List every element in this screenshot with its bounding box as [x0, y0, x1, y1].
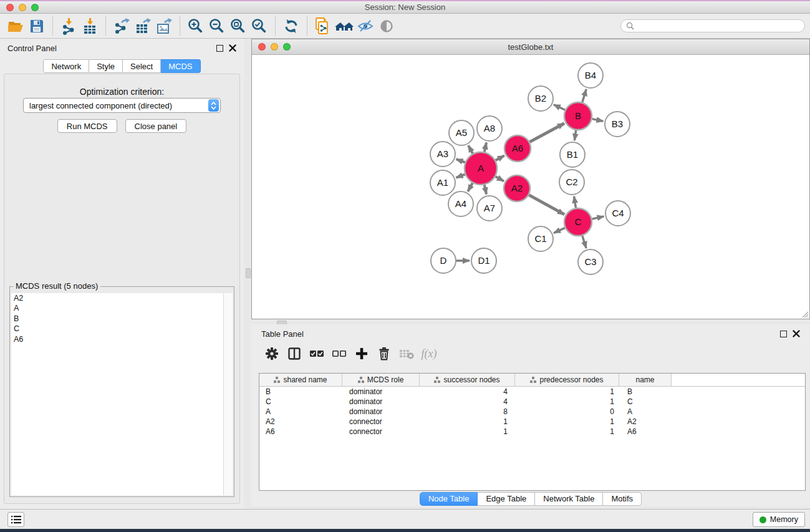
graph-edge-A-A3[interactable]	[456, 159, 465, 162]
table-row[interactable]: A6connector11A6	[259, 427, 805, 437]
graph-node-C2[interactable]: C2	[559, 170, 584, 195]
zoom-fit-icon[interactable]	[228, 16, 249, 36]
graph-node-C4[interactable]: C4	[605, 201, 630, 226]
table-cell[interactable]: A	[619, 407, 672, 416]
table-row[interactable]: Cdominator41C	[259, 397, 805, 407]
table-cell[interactable]: 1	[515, 417, 619, 426]
graph-node-A4[interactable]: A4	[448, 191, 473, 216]
task-history-button[interactable]	[7, 512, 24, 527]
tab-mcds[interactable]: MCDS	[161, 59, 200, 73]
table-cell[interactable]: B	[259, 387, 342, 396]
table-cell[interactable]: 4	[420, 387, 515, 396]
zoom-in-icon[interactable]	[185, 16, 206, 36]
tab-style[interactable]: Style	[89, 59, 123, 73]
graph-edge-C-C1[interactable]	[554, 228, 565, 233]
graph-node-B[interactable]: B	[564, 102, 592, 130]
table-cell[interactable]: 4	[420, 397, 515, 406]
graph-edge-C-C3[interactable]	[582, 236, 586, 248]
table-cell[interactable]: 0	[515, 407, 619, 416]
mcds-result-item[interactable]: B	[11, 314, 223, 324]
gear-icon[interactable]	[264, 346, 280, 362]
table-cell[interactable]: A6	[619, 427, 672, 436]
graph-edge-A-A4[interactable]	[468, 183, 473, 191]
graph-edge-C-C2[interactable]	[574, 196, 576, 208]
graph-node-A8[interactable]: A8	[477, 116, 502, 141]
table-cell[interactable]: dominator	[342, 387, 420, 396]
graph-node-B1[interactable]: B1	[560, 142, 585, 167]
tab-network[interactable]: Network	[43, 59, 89, 73]
graph-node-C1[interactable]: C1	[528, 226, 553, 251]
table-cell[interactable]: connector	[342, 417, 420, 426]
column-header-name[interactable]: name	[619, 374, 672, 386]
table-cell[interactable]: dominator	[342, 407, 420, 416]
graph-edge-B-B1[interactable]	[574, 130, 576, 140]
table-cell[interactable]: connector	[342, 427, 420, 436]
table-cell[interactable]: 1	[515, 427, 619, 436]
graph-edge-A-A5[interactable]	[468, 145, 473, 153]
export-network-icon[interactable]	[111, 16, 132, 36]
graph-node-C3[interactable]: C3	[578, 249, 603, 274]
graph-node-D[interactable]: D	[431, 248, 456, 273]
graph-node-A5[interactable]: A5	[449, 120, 474, 145]
graph-edge-A6-B[interactable]	[529, 123, 564, 142]
deselect-all-icon[interactable]	[331, 346, 347, 362]
network-graph[interactable]: B4B2BB3A8A5A6A3B1AA1C2A2A4A7C4CC1DD1C3	[252, 55, 809, 319]
add-icon[interactable]	[354, 346, 370, 362]
vertical-divider-handle[interactable]	[246, 268, 251, 278]
import-table-icon[interactable]	[79, 16, 100, 36]
mcds-result-item[interactable]: A6	[11, 334, 223, 344]
tab-motifs[interactable]: Motifs	[603, 492, 642, 506]
table-cell[interactable]: C	[619, 397, 672, 406]
mcds-result-list[interactable]: A2ABCA6	[11, 293, 223, 495]
graph-node-C[interactable]: C	[564, 208, 592, 236]
trash-icon[interactable]	[376, 346, 392, 362]
graph-node-A3[interactable]: A3	[430, 142, 455, 167]
graph-node-B2[interactable]: B2	[528, 86, 553, 111]
zoom-selected-icon[interactable]	[249, 16, 270, 36]
table-row[interactable]: Adominator80A	[259, 407, 805, 417]
tab-edge-table[interactable]: Edge Table	[478, 492, 535, 506]
table-cell[interactable]: dominator	[342, 397, 420, 406]
hide-eye-icon[interactable]	[355, 16, 376, 36]
column-header-predecessor-nodes[interactable]: predecessor nodes	[515, 374, 619, 386]
delete-table-icon[interactable]	[398, 346, 415, 362]
graph-edge-C-C4[interactable]	[592, 216, 604, 219]
table-cell[interactable]: A	[259, 407, 342, 416]
column-header-successor-nodes[interactable]: successor nodes	[420, 374, 515, 386]
graph-edge-B-B4[interactable]	[582, 89, 586, 102]
mcds-result-item[interactable]: A2	[11, 293, 223, 303]
show-eye-icon[interactable]	[376, 16, 397, 36]
table-cell[interactable]: 1	[515, 387, 619, 396]
float-table-panel-icon[interactable]	[780, 331, 787, 337]
graph-edge-A-A8[interactable]	[485, 142, 486, 152]
graph-edge-A-A7[interactable]	[485, 185, 486, 194]
graph-edge-A-A6[interactable]	[496, 155, 504, 160]
table-row[interactable]: A2connector11A2	[259, 417, 805, 427]
graph-node-A7[interactable]: A7	[477, 196, 502, 221]
graph-node-D1[interactable]: D1	[471, 248, 496, 273]
refresh-icon[interactable]	[281, 16, 302, 36]
open-file-icon[interactable]	[5, 16, 26, 36]
export-table-icon[interactable]	[132, 16, 153, 36]
close-table-panel-icon[interactable]	[793, 330, 800, 337]
graph-edge-A2-C[interactable]	[529, 195, 564, 215]
zoom-out-icon[interactable]	[206, 16, 228, 36]
columns-icon[interactable]	[286, 346, 302, 362]
graph-node-A[interactable]: A	[465, 152, 497, 185]
graph-edge-B-B3[interactable]	[592, 119, 604, 122]
clone-network-icon[interactable]	[312, 16, 334, 36]
table-cell[interactable]: 1	[420, 417, 515, 426]
function-icon[interactable]: f(x)	[421, 346, 437, 362]
select-all-icon[interactable]	[309, 346, 325, 362]
table-cell[interactable]: C	[259, 397, 342, 406]
graph-edge-A-A2[interactable]	[496, 177, 504, 181]
save-session-icon[interactable]	[26, 16, 47, 36]
table-cell[interactable]: B	[619, 387, 672, 396]
graph-node-B4[interactable]: B4	[578, 63, 603, 88]
close-panel-button[interactable]: Close panel	[125, 119, 187, 133]
mcds-result-item[interactable]: A	[11, 303, 223, 313]
memory-button[interactable]: Memory	[753, 512, 805, 527]
graph-edge-A-A1[interactable]	[456, 175, 465, 178]
resize-grip-icon[interactable]	[800, 309, 809, 318]
tab-node-table[interactable]: Node Table	[420, 492, 478, 506]
